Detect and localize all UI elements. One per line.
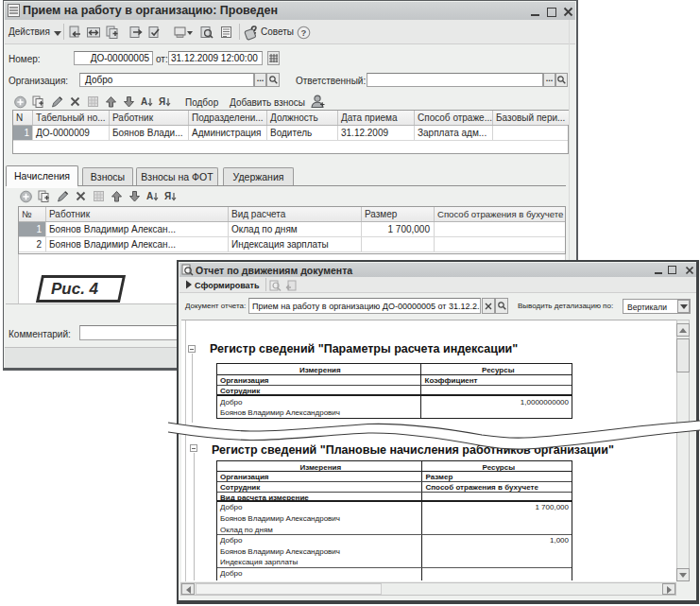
svg-text:Я: Я [159,96,165,107]
svg-text:Я: Я [164,191,171,201]
svg-text:А: А [141,96,147,107]
svg-text:А: А [146,191,153,201]
svg-text:?: ? [301,27,307,38]
